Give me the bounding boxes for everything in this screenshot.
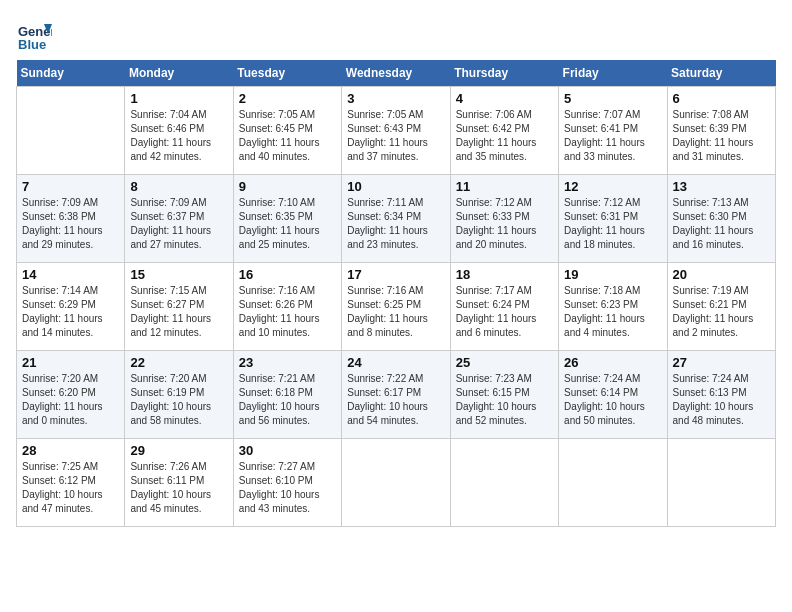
day-header-wednesday: Wednesday — [342, 60, 450, 87]
day-header-tuesday: Tuesday — [233, 60, 341, 87]
day-header-sunday: Sunday — [17, 60, 125, 87]
day-info: Sunrise: 7:06 AM Sunset: 6:42 PM Dayligh… — [456, 108, 553, 164]
day-number: 28 — [22, 443, 119, 458]
day-info: Sunrise: 7:16 AM Sunset: 6:26 PM Dayligh… — [239, 284, 336, 340]
calendar-cell: 25Sunrise: 7:23 AM Sunset: 6:15 PM Dayli… — [450, 351, 558, 439]
calendar-cell: 20Sunrise: 7:19 AM Sunset: 6:21 PM Dayli… — [667, 263, 775, 351]
day-number: 22 — [130, 355, 227, 370]
day-number: 26 — [564, 355, 661, 370]
day-number: 4 — [456, 91, 553, 106]
calendar-week-row: 1Sunrise: 7:04 AM Sunset: 6:46 PM Daylig… — [17, 87, 776, 175]
day-header-monday: Monday — [125, 60, 233, 87]
day-info: Sunrise: 7:09 AM Sunset: 6:37 PM Dayligh… — [130, 196, 227, 252]
calendar-cell — [17, 87, 125, 175]
day-number: 6 — [673, 91, 770, 106]
day-info: Sunrise: 7:08 AM Sunset: 6:39 PM Dayligh… — [673, 108, 770, 164]
day-info: Sunrise: 7:24 AM Sunset: 6:14 PM Dayligh… — [564, 372, 661, 428]
day-number: 17 — [347, 267, 444, 282]
svg-text:Blue: Blue — [18, 37, 46, 52]
calendar-header-row: SundayMondayTuesdayWednesdayThursdayFrid… — [17, 60, 776, 87]
day-info: Sunrise: 7:07 AM Sunset: 6:41 PM Dayligh… — [564, 108, 661, 164]
day-number: 9 — [239, 179, 336, 194]
calendar-cell: 11Sunrise: 7:12 AM Sunset: 6:33 PM Dayli… — [450, 175, 558, 263]
calendar-week-row: 7Sunrise: 7:09 AM Sunset: 6:38 PM Daylig… — [17, 175, 776, 263]
day-number: 15 — [130, 267, 227, 282]
day-info: Sunrise: 7:04 AM Sunset: 6:46 PM Dayligh… — [130, 108, 227, 164]
calendar-week-row: 21Sunrise: 7:20 AM Sunset: 6:20 PM Dayli… — [17, 351, 776, 439]
day-number: 8 — [130, 179, 227, 194]
day-number: 27 — [673, 355, 770, 370]
calendar-cell: 12Sunrise: 7:12 AM Sunset: 6:31 PM Dayli… — [559, 175, 667, 263]
day-info: Sunrise: 7:20 AM Sunset: 6:20 PM Dayligh… — [22, 372, 119, 428]
day-info: Sunrise: 7:25 AM Sunset: 6:12 PM Dayligh… — [22, 460, 119, 516]
day-number: 11 — [456, 179, 553, 194]
day-info: Sunrise: 7:09 AM Sunset: 6:38 PM Dayligh… — [22, 196, 119, 252]
day-header-saturday: Saturday — [667, 60, 775, 87]
calendar-week-row: 14Sunrise: 7:14 AM Sunset: 6:29 PM Dayli… — [17, 263, 776, 351]
calendar-cell: 17Sunrise: 7:16 AM Sunset: 6:25 PM Dayli… — [342, 263, 450, 351]
day-number: 2 — [239, 91, 336, 106]
logo-icon: General Blue — [16, 16, 52, 52]
calendar-cell: 8Sunrise: 7:09 AM Sunset: 6:37 PM Daylig… — [125, 175, 233, 263]
day-info: Sunrise: 7:12 AM Sunset: 6:33 PM Dayligh… — [456, 196, 553, 252]
day-info: Sunrise: 7:21 AM Sunset: 6:18 PM Dayligh… — [239, 372, 336, 428]
calendar-cell: 9Sunrise: 7:10 AM Sunset: 6:35 PM Daylig… — [233, 175, 341, 263]
day-number: 24 — [347, 355, 444, 370]
day-header-thursday: Thursday — [450, 60, 558, 87]
day-number: 18 — [456, 267, 553, 282]
day-info: Sunrise: 7:13 AM Sunset: 6:30 PM Dayligh… — [673, 196, 770, 252]
calendar-cell: 16Sunrise: 7:16 AM Sunset: 6:26 PM Dayli… — [233, 263, 341, 351]
calendar-cell: 1Sunrise: 7:04 AM Sunset: 6:46 PM Daylig… — [125, 87, 233, 175]
calendar-week-row: 28Sunrise: 7:25 AM Sunset: 6:12 PM Dayli… — [17, 439, 776, 527]
day-header-friday: Friday — [559, 60, 667, 87]
day-info: Sunrise: 7:26 AM Sunset: 6:11 PM Dayligh… — [130, 460, 227, 516]
day-info: Sunrise: 7:22 AM Sunset: 6:17 PM Dayligh… — [347, 372, 444, 428]
day-info: Sunrise: 7:12 AM Sunset: 6:31 PM Dayligh… — [564, 196, 661, 252]
day-info: Sunrise: 7:20 AM Sunset: 6:19 PM Dayligh… — [130, 372, 227, 428]
day-info: Sunrise: 7:23 AM Sunset: 6:15 PM Dayligh… — [456, 372, 553, 428]
day-number: 25 — [456, 355, 553, 370]
logo: General Blue — [16, 16, 52, 52]
calendar-cell: 23Sunrise: 7:21 AM Sunset: 6:18 PM Dayli… — [233, 351, 341, 439]
calendar-cell: 30Sunrise: 7:27 AM Sunset: 6:10 PM Dayli… — [233, 439, 341, 527]
calendar-cell: 24Sunrise: 7:22 AM Sunset: 6:17 PM Dayli… — [342, 351, 450, 439]
day-info: Sunrise: 7:05 AM Sunset: 6:45 PM Dayligh… — [239, 108, 336, 164]
day-info: Sunrise: 7:17 AM Sunset: 6:24 PM Dayligh… — [456, 284, 553, 340]
day-number: 7 — [22, 179, 119, 194]
calendar-cell — [559, 439, 667, 527]
day-number: 1 — [130, 91, 227, 106]
day-info: Sunrise: 7:14 AM Sunset: 6:29 PM Dayligh… — [22, 284, 119, 340]
calendar-cell — [342, 439, 450, 527]
calendar-cell: 13Sunrise: 7:13 AM Sunset: 6:30 PM Dayli… — [667, 175, 775, 263]
day-number: 14 — [22, 267, 119, 282]
calendar-cell — [667, 439, 775, 527]
calendar-cell: 27Sunrise: 7:24 AM Sunset: 6:13 PM Dayli… — [667, 351, 775, 439]
day-number: 21 — [22, 355, 119, 370]
day-number: 19 — [564, 267, 661, 282]
header: General Blue — [16, 16, 776, 52]
calendar-cell: 5Sunrise: 7:07 AM Sunset: 6:41 PM Daylig… — [559, 87, 667, 175]
calendar-cell: 26Sunrise: 7:24 AM Sunset: 6:14 PM Dayli… — [559, 351, 667, 439]
calendar-table: SundayMondayTuesdayWednesdayThursdayFrid… — [16, 60, 776, 527]
day-info: Sunrise: 7:16 AM Sunset: 6:25 PM Dayligh… — [347, 284, 444, 340]
day-info: Sunrise: 7:24 AM Sunset: 6:13 PM Dayligh… — [673, 372, 770, 428]
day-number: 3 — [347, 91, 444, 106]
calendar-cell: 10Sunrise: 7:11 AM Sunset: 6:34 PM Dayli… — [342, 175, 450, 263]
day-number: 12 — [564, 179, 661, 194]
day-number: 23 — [239, 355, 336, 370]
calendar-cell: 21Sunrise: 7:20 AM Sunset: 6:20 PM Dayli… — [17, 351, 125, 439]
day-number: 16 — [239, 267, 336, 282]
calendar-body: 1Sunrise: 7:04 AM Sunset: 6:46 PM Daylig… — [17, 87, 776, 527]
day-number: 29 — [130, 443, 227, 458]
calendar-cell: 7Sunrise: 7:09 AM Sunset: 6:38 PM Daylig… — [17, 175, 125, 263]
calendar-cell: 3Sunrise: 7:05 AM Sunset: 6:43 PM Daylig… — [342, 87, 450, 175]
calendar-cell: 28Sunrise: 7:25 AM Sunset: 6:12 PM Dayli… — [17, 439, 125, 527]
calendar-cell: 15Sunrise: 7:15 AM Sunset: 6:27 PM Dayli… — [125, 263, 233, 351]
calendar-cell: 22Sunrise: 7:20 AM Sunset: 6:19 PM Dayli… — [125, 351, 233, 439]
calendar-cell: 2Sunrise: 7:05 AM Sunset: 6:45 PM Daylig… — [233, 87, 341, 175]
day-info: Sunrise: 7:15 AM Sunset: 6:27 PM Dayligh… — [130, 284, 227, 340]
day-number: 13 — [673, 179, 770, 194]
day-number: 20 — [673, 267, 770, 282]
calendar-cell: 14Sunrise: 7:14 AM Sunset: 6:29 PM Dayli… — [17, 263, 125, 351]
day-info: Sunrise: 7:11 AM Sunset: 6:34 PM Dayligh… — [347, 196, 444, 252]
